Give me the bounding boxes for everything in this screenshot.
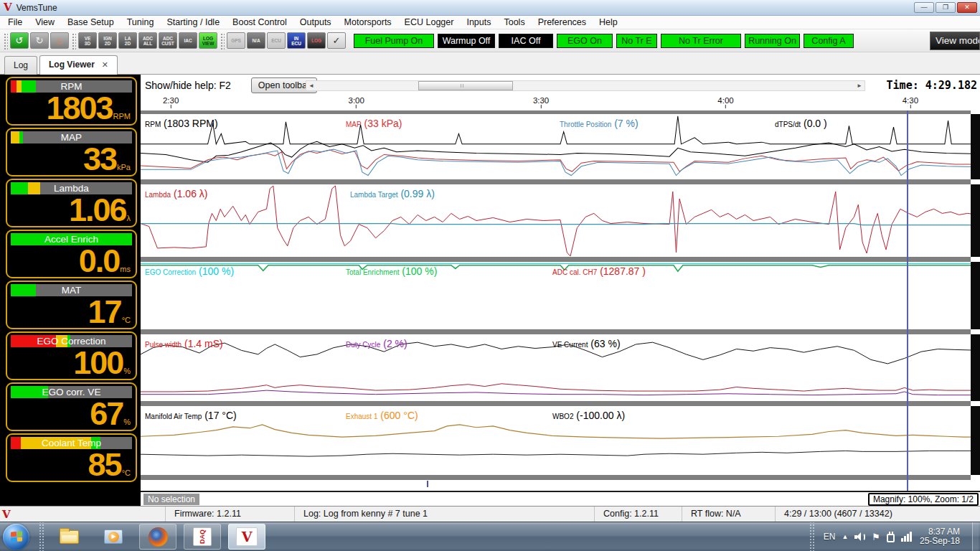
- log-view-icon[interactable]: LOGVIEW: [199, 32, 217, 49]
- indicator-warmup-off[interactable]: Warmup Off: [438, 34, 495, 48]
- signal-name: Total Enrichment: [346, 268, 399, 276]
- menu-item-help[interactable]: Help: [593, 16, 624, 29]
- taskbar-app-vemstune[interactable]: V: [228, 524, 265, 550]
- scroll-right-icon[interactable]: ►: [854, 81, 864, 90]
- show-desktop-button[interactable]: [972, 522, 979, 551]
- taskbar-app-idaq[interactable]: DAQ: [184, 524, 221, 550]
- maximize-button[interactable]: ❐: [936, 2, 956, 13]
- signal-name: VE Current: [552, 341, 588, 349]
- gauge-coolant-temp[interactable]: Coolant Temp85°C: [6, 433, 137, 482]
- iac-icon[interactable]: IAC: [179, 32, 197, 49]
- view-mode-button[interactable]: View mode: [930, 32, 980, 50]
- adc-cust-icon[interactable]: ADCCUST: [159, 32, 177, 49]
- ecu-icon[interactable]: ECU: [267, 32, 286, 49]
- signal-label-exhaust-1: Exhaust 1 (600 °C): [346, 409, 418, 422]
- log-icon[interactable]: LOG: [307, 32, 326, 49]
- menu-item-tuning[interactable]: Tuning: [121, 16, 161, 29]
- action-center-flag-icon[interactable]: ⚑: [872, 532, 880, 542]
- in-ecu-icon[interactable]: INECU: [287, 32, 306, 49]
- minimize-button[interactable]: —: [914, 2, 934, 13]
- indicator-fuel-pump-on[interactable]: Fuel Pump On: [354, 34, 434, 48]
- taskbar-app-media-player[interactable]: ▶: [95, 524, 132, 550]
- signal-name: WBO2: [552, 413, 573, 420]
- toolbar-icon-groups: ↺↻♨VE3DIGN2DLA2DADCALLADCCUSTIACLOGVIEWG…: [1, 32, 347, 50]
- indicator-running-on[interactable]: Running On: [745, 34, 800, 48]
- menu-item-preferences[interactable]: Preferences: [532, 16, 593, 29]
- na-icon[interactable]: N/A: [247, 32, 265, 49]
- refresh-icon[interactable]: ↺: [10, 32, 29, 49]
- menu-item-inputs[interactable]: Inputs: [460, 16, 497, 29]
- flag-pane: [17, 531, 22, 536]
- tab-close-icon[interactable]: ✕: [102, 60, 108, 69]
- ign-2d-icon[interactable]: IGN2D: [98, 32, 117, 49]
- la-2d-icon[interactable]: LA2D: [118, 32, 137, 49]
- gauge-accel-enrich[interactable]: Accel Enrich0.0ms: [6, 230, 137, 278]
- toolbar-grip[interactable]: [71, 32, 76, 50]
- start-button[interactable]: [3, 524, 29, 550]
- chart-row-4[interactable]: Pulse width (1.4 mS)Duty Cycle (2 %)VE C…: [141, 334, 980, 401]
- adc-all-icon[interactable]: ADCALL: [138, 32, 157, 49]
- gauge-ego-corr-ve[interactable]: EGO corr. VE67%: [6, 382, 137, 431]
- burn-icon[interactable]: ♨: [50, 32, 69, 49]
- menu-item-boost-control[interactable]: Boost Control: [226, 16, 293, 29]
- chart-row-2-traces: [141, 184, 980, 257]
- clock[interactable]: 8:37 AM25-Sep-18: [920, 527, 960, 547]
- ve-3d-icon[interactable]: VE3D: [78, 32, 97, 49]
- toolbar-grip[interactable]: [220, 32, 225, 50]
- gps-icon[interactable]: GPS: [227, 32, 245, 49]
- title-bar[interactable]: V VemsTune — ❐ ✕: [0, 0, 980, 16]
- indicator-ego-on[interactable]: EGO On: [557, 34, 613, 48]
- indicator-no-tr-error[interactable]: No Tr Error: [661, 34, 741, 48]
- status-log-position: 4:29 / 13:00 (4607 / 13342): [775, 507, 980, 522]
- gauge-number: 1.06: [69, 194, 126, 226]
- gauge-ego-correction[interactable]: EGO Correction100%: [6, 331, 137, 380]
- gauge-rpm[interactable]: RPM1803RPM: [6, 77, 137, 126]
- refresh-disabled-icon[interactable]: ↻: [30, 32, 49, 49]
- gauge-value: 85°C: [88, 448, 131, 481]
- language-indicator[interactable]: EN: [824, 532, 836, 542]
- power-plug-icon[interactable]: [887, 534, 895, 542]
- toolbar-grip[interactable]: [3, 32, 8, 50]
- check-icon[interactable]: ✓: [327, 32, 346, 49]
- menu-item-motorsports[interactable]: Motorsports: [338, 16, 398, 29]
- flag-pane: [11, 537, 17, 542]
- scrollbar-thumb[interactable]: [418, 81, 513, 90]
- chart-row-2[interactable]: Lambda (1.06 λ)Lambda Target (0.99 λ): [141, 184, 980, 257]
- hidden-icons-chevron-icon[interactable]: ▲: [842, 533, 848, 540]
- chart-row-3[interactable]: EGO Correction (100 %)Total Enrichment (…: [141, 262, 980, 329]
- menu-bar: FileViewBase SetupTuningStarting / IdleB…: [0, 16, 980, 29]
- tab-log-viewer[interactable]: Log Viewer✕: [39, 55, 118, 75]
- time-axis[interactable]: 2:303:003:304:004:30: [141, 96, 980, 110]
- gauge-map[interactable]: MAP33kPa: [6, 128, 137, 176]
- volume-icon[interactable]: [854, 532, 865, 542]
- scroll-left-icon[interactable]: ◄: [306, 81, 316, 90]
- taskbar-app-firefox[interactable]: [139, 524, 176, 550]
- chart-row-1[interactable]: RPM (1803 RPM)MAP (33 kPa)Throttle Posit…: [141, 114, 980, 179]
- taskbar-app-explorer[interactable]: [50, 524, 88, 550]
- time-tick-label: 4:00: [717, 96, 733, 105]
- indicator-iac-off[interactable]: IAC Off: [499, 34, 553, 48]
- menu-item-base-setup[interactable]: Base Setup: [61, 16, 121, 29]
- menu-item-file[interactable]: File: [1, 16, 29, 29]
- gauge-value: 17°C: [88, 296, 131, 328]
- chart-plot-area[interactable]: RPM (1803 RPM)MAP (33 kPa)Throttle Posit…: [141, 110, 980, 491]
- menu-item-ecu-logger[interactable]: ECU Logger: [398, 16, 461, 29]
- menu-item-starting-idle[interactable]: Starting / Idle: [160, 16, 226, 29]
- gauge-mat[interactable]: MAT17°C: [6, 281, 137, 329]
- indicator-config-a[interactable]: Config A: [804, 34, 854, 48]
- gauge-lambda[interactable]: Lambda1.06λ: [6, 179, 137, 227]
- gauge-unit: ms: [120, 265, 131, 273]
- horizontal-scrollbar[interactable]: ◄ ►: [306, 80, 865, 91]
- network-signal-icon[interactable]: [901, 532, 912, 542]
- menu-item-view[interactable]: View: [29, 16, 61, 29]
- indicator-no-tr-e[interactable]: No Tr E: [616, 34, 657, 48]
- time-cursor[interactable]: [907, 110, 908, 491]
- gauge-header: EGO corr. VE: [11, 386, 132, 398]
- menu-item-tools[interactable]: Tools: [497, 16, 531, 29]
- menu-item-outputs[interactable]: Outputs: [293, 16, 338, 29]
- tab-log[interactable]: Log: [4, 56, 37, 75]
- close-button[interactable]: ✕: [957, 2, 977, 13]
- chart-row-5[interactable]: Manifold Air Temp (17 °C)Exhaust 1 (600 …: [141, 406, 980, 475]
- signal-name: Exhaust 1: [346, 413, 377, 420]
- no-selection-badge: No selection: [143, 494, 199, 505]
